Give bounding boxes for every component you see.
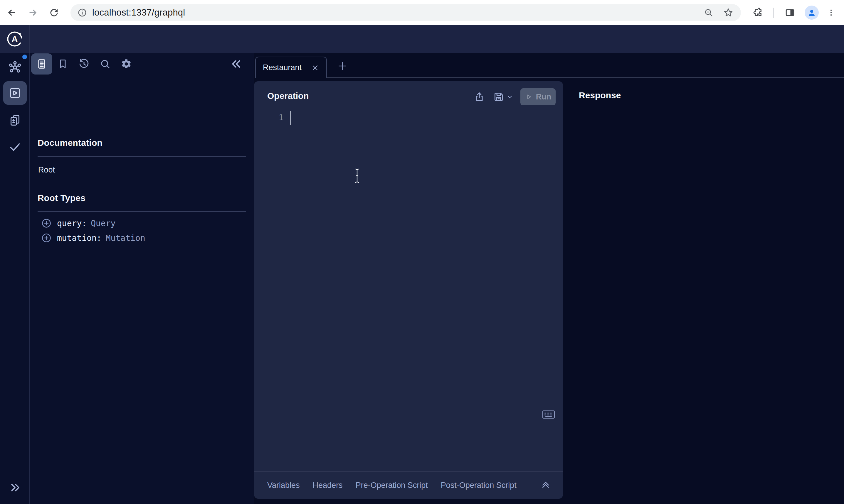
- tabbar-bottom-border: [327, 77, 844, 78]
- left-nav-rail: [0, 53, 30, 504]
- close-tab-button[interactable]: [311, 64, 319, 72]
- browser-toolbar: localhost:1337/graphql: [0, 0, 844, 25]
- docs-tab-search-button[interactable]: [94, 53, 116, 74]
- browser-back-button[interactable]: [7, 7, 17, 18]
- circle-plus-icon: [41, 233, 52, 243]
- root-type-row-query: query: Query: [41, 216, 116, 230]
- zoom-level-icon[interactable]: [704, 8, 713, 17]
- operation-actions: Run: [466, 88, 556, 105]
- field-name-mutation[interactable]: mutation:: [57, 233, 102, 243]
- operation-tab-restaurant[interactable]: Restaurant: [255, 57, 327, 78]
- nav-explorer-button[interactable]: [3, 81, 27, 105]
- save-menu-chevron[interactable]: [507, 94, 513, 100]
- diff-pages-icon: [8, 113, 22, 127]
- apollo-header: A SANDBOX http://localhost:1337/gra… Pub…: [0, 25, 844, 53]
- person-icon: [807, 7, 817, 18]
- side-panel-icon: [785, 7, 795, 18]
- checkmark-icon: [8, 140, 22, 154]
- variables-tab[interactable]: Variables: [267, 481, 300, 490]
- root-type-row-mutation: mutation: Mutation: [41, 231, 145, 245]
- reload-icon: [49, 8, 59, 17]
- operation-code-editor[interactable]: 1: [254, 109, 563, 471]
- svg-text:A: A: [12, 34, 18, 44]
- post-operation-script-tab[interactable]: Post-Operation Script: [441, 481, 517, 490]
- operation-footer-bar: Variables Headers Pre-Operation Script P…: [254, 471, 563, 499]
- tab-label: Restaurant: [263, 63, 302, 72]
- explorer-play-icon: [8, 86, 22, 100]
- field-type-mutation[interactable]: Mutation: [106, 233, 145, 243]
- docs-divider: [38, 156, 246, 157]
- new-tab-button[interactable]: [335, 59, 350, 73]
- editor-line-number: 1: [254, 113, 283, 122]
- pre-operation-script-tab[interactable]: Pre-Operation Script: [356, 481, 428, 490]
- collapse-docs-panel-button[interactable]: [226, 53, 247, 74]
- browser-profile-avatar[interactable]: [805, 5, 819, 20]
- documentation-panel: Documentation Root Root Types query: Que…: [30, 53, 254, 504]
- operation-editor-panel: Operation Run: [254, 81, 563, 499]
- docs-toolbar: [31, 53, 137, 74]
- kebab-menu-icon: [827, 8, 835, 17]
- browser-forward-button[interactable]: [28, 7, 38, 18]
- back-arrow-icon: [7, 7, 17, 18]
- toolbar-divider: [773, 7, 774, 18]
- keyboard-icon: [542, 410, 555, 419]
- keyboard-shortcuts-button[interactable]: [542, 410, 555, 419]
- browser-reload-button[interactable]: [49, 8, 59, 17]
- field-name-query[interactable]: query:: [57, 219, 87, 228]
- root-types-divider: [38, 211, 246, 212]
- field-type-query[interactable]: Query: [91, 219, 116, 228]
- apollo-logo[interactable]: A: [6, 31, 23, 48]
- docs-tab-documentation-button[interactable]: [31, 53, 52, 74]
- history-clock-icon: [78, 58, 90, 70]
- plus-icon: [337, 61, 348, 71]
- editor-caret: [290, 111, 291, 125]
- gear-icon: [121, 58, 132, 70]
- share-export-icon: [473, 91, 485, 103]
- expand-rail-button[interactable]: [8, 481, 21, 494]
- circle-plus-icon: [41, 218, 52, 229]
- url-text: localhost:1337/graphql: [92, 7, 185, 18]
- play-icon: [525, 93, 533, 101]
- address-bar[interactable]: localhost:1337/graphql: [70, 4, 741, 21]
- graph-network-icon: [8, 60, 22, 74]
- chevrons-up-icon: [540, 480, 551, 491]
- logo-column: A: [0, 25, 30, 53]
- response-panel-title: Response: [579, 90, 621, 100]
- chevrons-right-icon: [8, 481, 21, 494]
- headers-tab[interactable]: Headers: [313, 481, 343, 490]
- docs-tab-settings-button[interactable]: [116, 53, 137, 74]
- text-cursor-pointer: [353, 168, 361, 184]
- nav-changelog-button[interactable]: [8, 113, 22, 127]
- save-operation-button[interactable]: [493, 91, 504, 103]
- side-panel-button[interactable]: [785, 7, 795, 18]
- close-icon: [311, 64, 319, 72]
- document-lines-icon: [36, 58, 48, 70]
- add-query-field-button[interactable]: [41, 218, 52, 229]
- nav-checks-button[interactable]: [8, 140, 22, 154]
- root-types-title: Root Types: [38, 193, 85, 203]
- docs-root-breadcrumb: Root: [38, 165, 55, 175]
- add-mutation-field-button[interactable]: [41, 233, 52, 243]
- chevron-down-icon: [507, 94, 513, 100]
- share-operation-button[interactable]: [473, 91, 485, 103]
- puzzle-icon: [753, 7, 763, 18]
- main-content: Documentation Root Root Types query: Que…: [0, 53, 844, 504]
- bookmark-icon: [57, 58, 68, 70]
- run-operation-button[interactable]: Run: [520, 88, 556, 105]
- site-info-icon[interactable]: [77, 8, 87, 17]
- bookmark-star-icon[interactable]: [723, 7, 733, 18]
- operation-panel-title: Operation: [267, 91, 309, 101]
- browser-menu-button[interactable]: [827, 8, 835, 17]
- expand-footer-panel-button[interactable]: [540, 480, 551, 491]
- search-icon: [99, 58, 111, 70]
- docs-tab-history-button[interactable]: [73, 53, 94, 74]
- run-button-label: Run: [536, 92, 551, 102]
- workspace-zone: Restaurant Operation: [254, 53, 844, 504]
- docs-tab-saved-operations-button[interactable]: [52, 53, 73, 74]
- extensions-button[interactable]: [753, 7, 763, 18]
- ibeam-cursor-icon: [353, 168, 361, 184]
- nav-schema-graph-button[interactable]: [8, 60, 22, 74]
- apollo-sandbox-page: localhost:1337/graphql A SAN: [0, 0, 844, 504]
- documentation-title: Documentation: [38, 138, 103, 148]
- forward-arrow-icon: [28, 7, 38, 18]
